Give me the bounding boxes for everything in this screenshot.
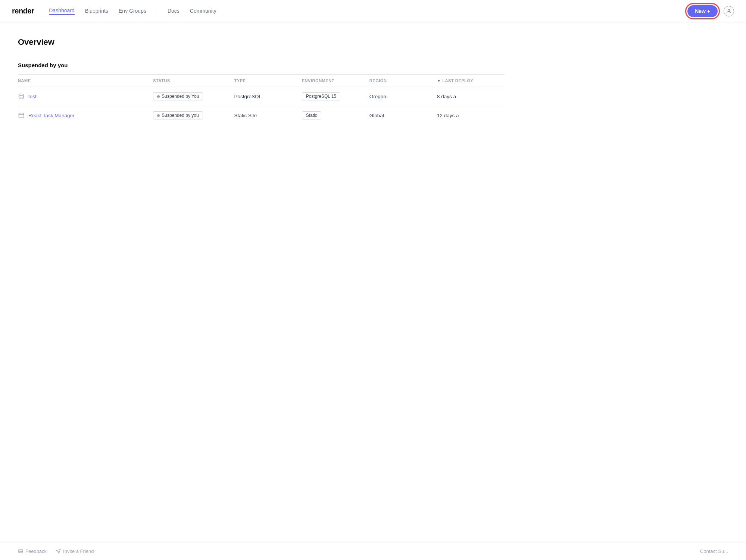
col-name: NAME	[18, 78, 153, 83]
sort-arrow-icon: ▼	[437, 79, 441, 83]
service-env-test: PostgreSQL 15	[302, 92, 369, 100]
new-button-label: New +	[695, 8, 710, 14]
navbar-right: New +	[687, 5, 734, 17]
table-row: React Task Manager Suspended by you Stat…	[18, 106, 505, 125]
section-title: Suspended by you	[18, 62, 505, 68]
svg-rect-2	[19, 113, 24, 118]
navbar: render Dashboard Blueprints Env Groups D…	[0, 0, 746, 22]
status-dot-icon	[157, 95, 160, 98]
brand-logo[interactable]: render	[12, 7, 34, 15]
env-badge-react: Static	[302, 111, 321, 119]
service-env-react: Static	[302, 111, 369, 119]
table-header: NAME STATUS TYPE ENVIRONMENT REGION ▼ LA…	[18, 75, 505, 87]
services-table: NAME STATUS TYPE ENVIRONMENT REGION ▼ LA…	[18, 74, 505, 125]
service-type-react: Static Site	[234, 113, 302, 118]
browser-icon	[18, 112, 25, 119]
user-avatar[interactable]	[724, 6, 734, 16]
status-dot-icon	[157, 114, 160, 117]
col-region: REGION	[369, 78, 437, 83]
service-name-test[interactable]: test	[18, 93, 153, 100]
nav-blueprints[interactable]: Blueprints	[85, 8, 108, 15]
service-region-test: Oregon	[369, 94, 437, 99]
service-status-test: Suspended by You	[153, 92, 234, 100]
col-status: STATUS	[153, 78, 234, 83]
service-deploy-test: 8 days a	[437, 94, 505, 99]
service-deploy-react: 12 days a	[437, 113, 505, 118]
svg-point-0	[728, 9, 730, 11]
nav-docs[interactable]: Docs	[168, 8, 180, 15]
nav-dashboard[interactable]: Dashboard	[49, 7, 75, 15]
table-row: test Suspended by You PostgreSQL Postgre…	[18, 87, 505, 106]
main-content: Overview Suspended by you NAME STATUS TY…	[0, 22, 522, 140]
service-region-react: Global	[369, 113, 437, 118]
col-last-deploy[interactable]: ▼ LAST DEPLOY	[437, 78, 505, 83]
suspended-badge-react: Suspended by you	[153, 111, 203, 119]
env-badge-test: PostgreSQL 15	[302, 92, 341, 100]
nav-links: Dashboard Blueprints Env Groups Docs Com…	[49, 7, 675, 15]
service-type-test: PostgreSQL	[234, 94, 302, 99]
svg-point-1	[19, 94, 24, 96]
service-status-react: Suspended by you	[153, 111, 234, 119]
suspended-section: Suspended by you NAME STATUS TYPE ENVIRO…	[18, 62, 505, 125]
new-button[interactable]: New +	[687, 5, 718, 17]
col-type: TYPE	[234, 78, 302, 83]
service-name-react[interactable]: React Task Manager	[18, 112, 153, 119]
nav-divider	[157, 7, 157, 15]
nav-env-groups[interactable]: Env Groups	[119, 8, 146, 15]
suspended-badge: Suspended by You	[153, 92, 203, 100]
page-title: Overview	[18, 37, 505, 47]
nav-community[interactable]: Community	[190, 8, 216, 15]
database-icon	[18, 93, 25, 100]
col-environment: ENVIRONMENT	[302, 78, 369, 83]
